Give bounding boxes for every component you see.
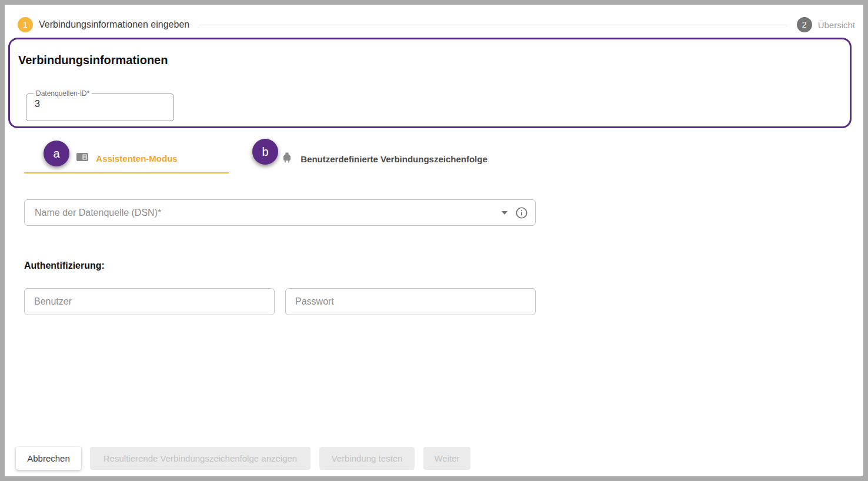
wizard-card-icon (75, 150, 89, 166)
wizard-page: 1 Verbindungsinformationen eingeben 2 Üb… (5, 5, 863, 476)
user-input[interactable] (24, 288, 275, 315)
authentication-label: Authentifizierung: (24, 260, 105, 271)
tab-assistant-mode-label: Assistenten-Modus (96, 153, 177, 163)
info-icon[interactable] (515, 206, 528, 219)
step-2-circle[interactable]: 2 (797, 17, 812, 32)
password-input[interactable] (285, 288, 536, 315)
connection-info-panel: Verbindungsinformationen Datenquellen-ID… (8, 38, 852, 128)
stepper: 1 Verbindungsinformationen eingeben 2 Üb… (18, 17, 855, 32)
plug-icon (280, 151, 294, 167)
stepper-connector (199, 25, 787, 25)
annotation-badge-a: a (44, 141, 69, 166)
step-2-label: Übersicht (818, 20, 855, 30)
dsn-placeholder: Name der Datenquelle (DSN)* (35, 208, 502, 218)
cancel-button[interactable]: Abbrechen (16, 447, 81, 470)
datasource-id-field[interactable]: Datenquellen-ID* 3 (26, 89, 174, 121)
datasource-id-label: Datenquellen-ID* (34, 89, 92, 98)
next-button[interactable]: Weiter (423, 447, 470, 470)
tab-custom-connection-string[interactable]: Benutzerdefinierte Verbindungszeichenfol… (238, 144, 529, 173)
datasource-id-value[interactable]: 3 (32, 98, 168, 109)
test-connection-button[interactable]: Verbindung testen (319, 447, 415, 470)
panel-title: Verbindungsinformationen (18, 54, 168, 67)
chevron-down-icon[interactable] (502, 211, 508, 215)
tab-custom-connection-string-label: Benutzerdefinierte Verbindungszeichenfol… (301, 154, 488, 164)
step-1-label: Verbindungsinformationen eingeben (39, 19, 189, 30)
annotation-badge-b: b (252, 139, 278, 165)
dsn-select[interactable]: Name der Datenquelle (DSN)* (24, 199, 536, 226)
step-1-circle[interactable]: 1 (18, 17, 33, 32)
show-connection-string-button[interactable]: Resultierende Verbindungszeichenfolge an… (90, 447, 311, 470)
